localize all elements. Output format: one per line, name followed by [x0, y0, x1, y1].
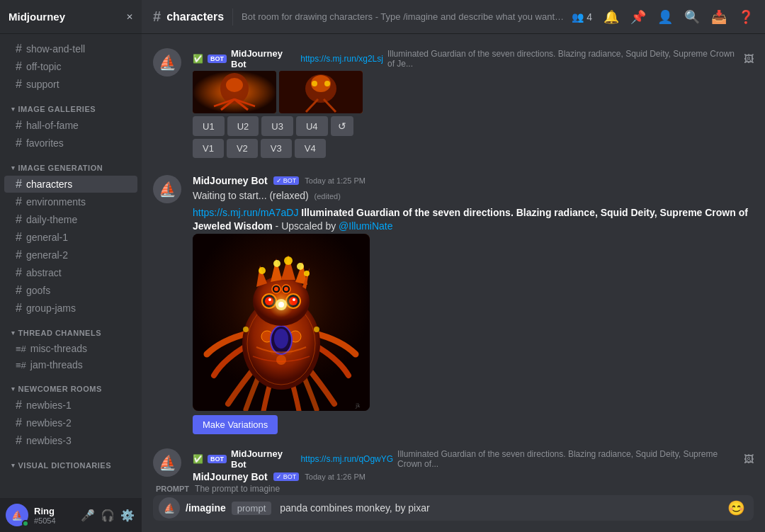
collapse-arrow-icon: ▾ [11, 385, 16, 392]
hash-icon: # [16, 434, 22, 447]
sidebar-item-general-1[interactable]: # general-1 [4, 229, 137, 246]
members-count[interactable]: 👥 4 [572, 11, 592, 23]
message-timestamp-2: Today at 1:26 PM [305, 472, 366, 481]
image-link[interactable]: https://s.mj.run/mA7aDJ [193, 207, 298, 218]
headphone-icon[interactable]: 🎧 [99, 507, 116, 523]
sidebar-item-misc-threads[interactable]: ≡# misc-threads [4, 341, 137, 356]
u2-button[interactable]: U2 [227, 116, 259, 136]
chat-input[interactable] [277, 495, 719, 521]
channel-description: Bot room for drawing characters - Type /… [242, 11, 566, 22]
user-discriminator: #5054 [34, 516, 74, 525]
image-generation-section-label[interactable]: ▾ IMAGE GENERATION [0, 161, 142, 175]
collapse-arrow-icon: ▾ [11, 164, 16, 171]
message-group-second: ⛵ ✅ BOT MidJourney Bot https://s.mj.run/… [153, 446, 754, 484]
svg-point-10 [312, 81, 317, 86]
hash-icon: # [16, 284, 22, 297]
u3-button[interactable]: U3 [261, 116, 293, 136]
hash-icon: ≡# [16, 344, 26, 354]
visual-dictionaries-section: ▾ VISUAL DICTIONARIES [0, 453, 142, 475]
sidebar-item-hall-of-fame[interactable]: # hall-of-fame [4, 117, 137, 134]
v1-button[interactable]: V1 [193, 139, 224, 158]
image-galleries-section: ▾ IMAGE GALLERIES # hall-of-fame # favor… [0, 96, 142, 155]
newcomer-rooms-section: ▾ NEWCOMER ROOMS # newbies-1 # newbies-2… [0, 376, 142, 453]
notification-icon[interactable]: 🔔 [604, 9, 619, 25]
v4-button[interactable]: V4 [295, 139, 326, 158]
sidebar-item-goofs[interactable]: # goofs [4, 282, 137, 299]
hash-icon: ≡# [16, 360, 26, 370]
pin-icon[interactable]: 📌 [630, 9, 646, 25]
section-label-text: VISUAL DICTIONARIES [18, 461, 112, 470]
refresh-button[interactable]: ↺ [331, 116, 353, 136]
make-variations-button[interactable]: Make Variations [193, 415, 278, 434]
sidebar-item-support[interactable]: # support [4, 76, 137, 93]
message-content-squid: MidJourney Bot ✓ BOT Today at 1:25 PM Wa… [193, 175, 754, 434]
bot-message-link[interactable]: https://s.mj.run/xg2Lsj [300, 54, 383, 64]
sidebar-item-daily-theme[interactable]: # daily-theme [4, 211, 137, 228]
sidebar-item-environments[interactable]: # environments [4, 193, 137, 210]
help-icon[interactable]: ❓ [738, 9, 754, 25]
mic-icon[interactable]: 🎤 [79, 507, 96, 523]
channel-label: support [26, 79, 60, 90]
channel-label: hall-of-fame [26, 120, 79, 131]
message-author: MidJourney Bot [193, 175, 268, 186]
channel-label: goofs [26, 285, 50, 296]
partial-image-art [193, 71, 276, 113]
search-icon[interactable]: 🔍 [684, 9, 700, 25]
sidebar-item-newbies-3[interactable]: # newbies-3 [4, 432, 137, 449]
message-content: ✅ BOT MidJourney Bot https://s.mj.run/xg… [193, 48, 754, 161]
inbox-icon[interactable]: 📥 [711, 9, 727, 25]
verified-check-icon: ✅ [193, 54, 203, 64]
channel-label: off-topic [26, 61, 62, 72]
u1-button[interactable]: U1 [193, 116, 225, 136]
bot-message-link-2[interactable]: https://s.mj.run/qOgwYG [300, 454, 393, 464]
section-label-text: NEWCOMER ROOMS [18, 385, 102, 393]
hash-icon: # [16, 266, 22, 279]
sidebar-item-abstract[interactable]: # abstract [4, 264, 137, 281]
hash-icon: # [16, 119, 22, 132]
sidebar-item-newbies-1[interactable]: # newbies-1 [4, 397, 137, 414]
emoji-button[interactable]: 😊 [725, 497, 748, 519]
sidebar-item-group-jams[interactable]: # group-jams [4, 300, 137, 317]
sidebar-item-show-and-tell[interactable]: # show-and-tell [4, 40, 137, 57]
visual-dictionaries-section-label[interactable]: ▾ VISUAL DICTIONARIES [0, 458, 142, 472]
sidebar-item-characters[interactable]: # characters [4, 176, 137, 193]
message-group: ⛵ ✅ BOT MidJourney Bot https://s.mj.run/… [153, 45, 754, 164]
v3-button[interactable]: V3 [261, 139, 292, 158]
message-author-2: MidJourney Bot [193, 471, 268, 482]
members-icon: 👥 [572, 11, 584, 23]
squid-artwork: jk [193, 234, 370, 411]
sidebar-item-favorites[interactable]: # favorites [4, 135, 137, 152]
server-header[interactable]: Midjourney ✕ [0, 0, 142, 34]
svg-point-31 [259, 267, 266, 274]
prompt-label: prompt [156, 485, 189, 493]
settings-icon[interactable]: ⚙️ [119, 507, 136, 523]
channel-label: daily-theme [26, 214, 77, 225]
chevron-down-icon: ✕ [126, 12, 133, 22]
bot-badge-2: BOT [208, 455, 227, 463]
thread-channels-section-label[interactable]: ▾ THREAD CHANNELS [0, 326, 142, 340]
bot-compact-header-2: ✅ BOT MidJourney Bot https://s.mj.run/qO… [193, 448, 754, 470]
sidebar-item-off-topic[interactable]: # off-topic [4, 58, 137, 75]
hash-icon: # [16, 60, 22, 73]
section-label-text: IMAGE GALLERIES [18, 105, 96, 113]
verified-check-icon-2: ✅ [193, 454, 203, 464]
sidebar-item-general-2[interactable]: # general-2 [4, 247, 137, 264]
verified-badge: ✓ BOT [273, 176, 300, 185]
partial-image-art-2 [279, 71, 363, 113]
sidebar-item-newbies-2[interactable]: # newbies-2 [4, 414, 137, 431]
image-generation-section: ▾ IMAGE GENERATION # characters # enviro… [0, 155, 142, 320]
image-thumbnail-icon: 🖼 [744, 53, 754, 64]
newcomer-rooms-section-label[interactable]: ▾ NEWCOMER ROOMS [0, 382, 142, 396]
v2-button[interactable]: V2 [227, 139, 258, 158]
bot-badge: BOT [208, 55, 227, 63]
check-icon-2: ✓ [276, 473, 282, 480]
svg-point-11 [324, 81, 330, 86]
image-galleries-section-label[interactable]: ▾ IMAGE GALLERIES [0, 102, 142, 116]
hash-icon: # [16, 249, 22, 261]
image-thumbnail-2 [279, 71, 363, 113]
members-list-icon[interactable]: 👤 [657, 9, 673, 25]
top-channels-section: # show-and-tell # off-topic # support [0, 34, 142, 96]
u4-button[interactable]: U4 [296, 116, 328, 136]
svg-point-48 [278, 302, 284, 307]
sidebar-item-jam-threads[interactable]: ≡# jam-threads [4, 357, 137, 373]
